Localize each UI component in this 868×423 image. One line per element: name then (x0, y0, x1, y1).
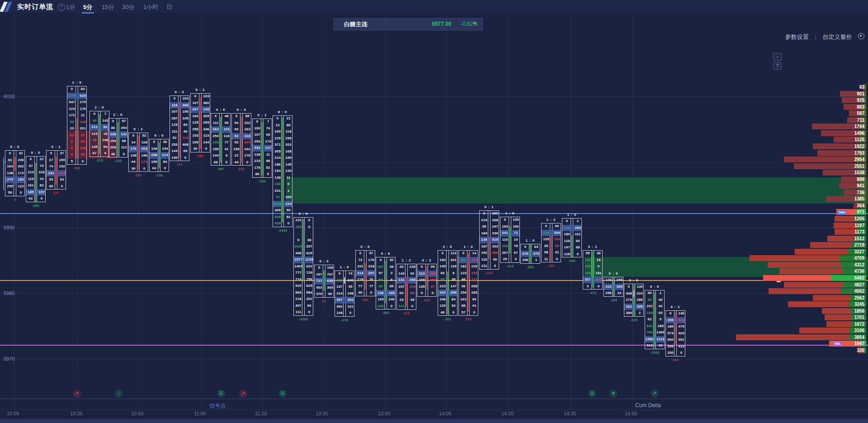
ask-volume-cell: 0 (367, 290, 376, 296)
ask-volume-cell: 118 (140, 139, 149, 146)
candle-delta-label: 533 (455, 317, 482, 321)
bid-volume-cell: 413 (604, 284, 613, 290)
help-icon[interactable]: ? (58, 4, 65, 11)
ask-volume-cell: 65 (552, 243, 561, 250)
bid-volume-cell: 109 (191, 139, 200, 146)
bid-volume-cell: 144 (211, 152, 220, 159)
bid-volume-cell: 0 (356, 250, 365, 257)
bid-volume-cell: 111 (67, 132, 76, 139)
gridline-vertical (323, 14, 323, 409)
ask-volume-cell: 247 (491, 223, 500, 230)
ask-volume-cell: 78 (511, 243, 520, 250)
red-signal-icon[interactable]: ↗ (239, 390, 247, 398)
bid-volume-cell: 0 (294, 237, 303, 244)
custom-volume-price-button[interactable]: 自定义量价 (822, 33, 852, 40)
ask-volume-cell: 7 (264, 119, 273, 125)
bid-volume-cell: 1401 (294, 263, 303, 270)
bid-volume-cell: 0 (562, 218, 571, 225)
bid-volume-cell: 159 (645, 310, 654, 317)
bid-volume-cell: 0 (253, 119, 262, 125)
ask-volume-cell: 74 (346, 271, 355, 277)
green-signal-icon[interactable]: ☰ (217, 390, 225, 398)
x-axis-label: 10:50 (131, 411, 144, 416)
tab-日[interactable]: 日 (166, 3, 172, 11)
help-button[interactable]: ? (773, 62, 782, 70)
order-flow-app: 实时订单流 ? 1分5分15分30分1小时日 白糖主连 5977.00 -0.6… (0, 0, 868, 423)
ask-volume-cell: 0 (140, 166, 149, 172)
x-axis-label: 10:05 (7, 411, 19, 416)
bid-volume-cell: 64 (150, 165, 159, 172)
ask-volume-cell: 391 (677, 337, 686, 343)
signal-panel-label[interactable]: 信号点 (209, 402, 226, 410)
bid-volume-cell: 253 (253, 138, 262, 145)
param-settings-button[interactable]: 参数设置 (785, 33, 809, 40)
profile-volume-label: 1538 (816, 170, 864, 175)
ask-volume-cell: 1193 (305, 257, 314, 263)
tab-15分[interactable]: 15分 (102, 3, 114, 11)
green-signal-icon[interactable]: ▼ (609, 390, 618, 398)
bid-volume-cell: 109 (417, 277, 426, 284)
symbol-selector[interactable]: 白糖主连 5977.00 -0.62% ▼ (333, 18, 483, 31)
ask-volume-cell: 172 (16, 170, 25, 177)
candle-imbalance-header: 1 : 0 (562, 213, 582, 217)
bid-volume-cell: 62 (26, 195, 35, 202)
bid-volume-cell: 65 (438, 276, 447, 283)
top-bar: 实时订单流 ? 1分5分15分30分1小时日 (0, 0, 868, 14)
collapse-button[interactable]: › (773, 53, 782, 61)
green-signal-icon[interactable]: ↗ (651, 390, 659, 398)
candle-imbalance-header: 2 : 0 (438, 245, 458, 249)
bid-volume-cell: 74 (47, 163, 56, 170)
tab-30分[interactable]: 30分 (122, 3, 134, 11)
profile-volume-label: 5492 (816, 276, 864, 280)
toolbar-separator: | (815, 33, 816, 40)
bid-volume-cell: 832 (645, 323, 654, 330)
candle-body-bar (324, 271, 325, 290)
candle-imbalance-header: 2 : 0 (293, 212, 313, 216)
green-signal-icon[interactable]: ☰ (588, 390, 596, 398)
green-signal-icon[interactable]: ↓ (115, 390, 123, 398)
bid-volume-cell: 89 (47, 183, 56, 190)
ask-volume-cell: 190 (202, 106, 211, 113)
bid-volume-cell: 135 (542, 236, 551, 243)
ask-volume-cell: 103 (202, 93, 211, 100)
candle-body-bar (426, 266, 427, 290)
bid-volume-cell: 279 (5, 176, 14, 183)
ask-volume-cell: 0 (305, 224, 314, 231)
bid-volume-cell: 913 (645, 342, 654, 349)
ask-volume-cell: 22 (78, 132, 87, 139)
ask-volume-cell: 0 (264, 171, 273, 178)
candle-delta-label: 832 (228, 167, 255, 171)
profile-volume-label: 1173 (816, 229, 864, 234)
bottom-scroll-strip[interactable] (0, 419, 868, 423)
tab-1分[interactable]: 1分 (66, 3, 75, 11)
bid-volume-cell: 67 (90, 150, 99, 157)
candle-body-bar (592, 252, 593, 288)
candle-body-bar (99, 114, 100, 154)
bid-volume-cell: 131 (294, 217, 303, 224)
bid-volume-cell: 214 (273, 155, 282, 162)
ask-volume-cell: 239 (615, 277, 624, 284)
x-axis-label: 11:20 (255, 411, 267, 416)
profile-volume-label: 2551 (816, 164, 864, 169)
candle-imbalance-header: 0 : 1 (665, 305, 685, 309)
bid-volume-cell: 153 (191, 133, 200, 139)
candle-body-bar (489, 237, 490, 259)
gear-icon[interactable] (858, 33, 864, 39)
tab-5分[interactable]: 5分 (83, 3, 92, 11)
ask-volume-cell: 176 (78, 106, 87, 113)
ask-volume-cell: 95 (346, 284, 355, 290)
ask-volume-cell: 88 (408, 290, 417, 297)
green-signal-icon[interactable]: ☰ (278, 390, 287, 398)
bid-volume-cell: 44 (232, 159, 241, 166)
red-signal-icon[interactable]: ↗ (73, 390, 81, 398)
ask-volume-cell: 108 (326, 265, 335, 271)
bid-volume-cell: 82 (459, 257, 468, 264)
ask-volume-cell: 196 (140, 152, 149, 159)
ask-volume-cell: 1 (656, 290, 665, 297)
ask-volume-cell: 97 (367, 250, 376, 257)
bid-volume-cell: 187 (480, 243, 489, 250)
bid-volume-cell: 168 (562, 225, 571, 232)
tab-1小时[interactable]: 1小时 (143, 3, 158, 11)
bid-volume-cell: 27 (47, 157, 56, 164)
ask-volume-cell: 0 (677, 350, 686, 356)
